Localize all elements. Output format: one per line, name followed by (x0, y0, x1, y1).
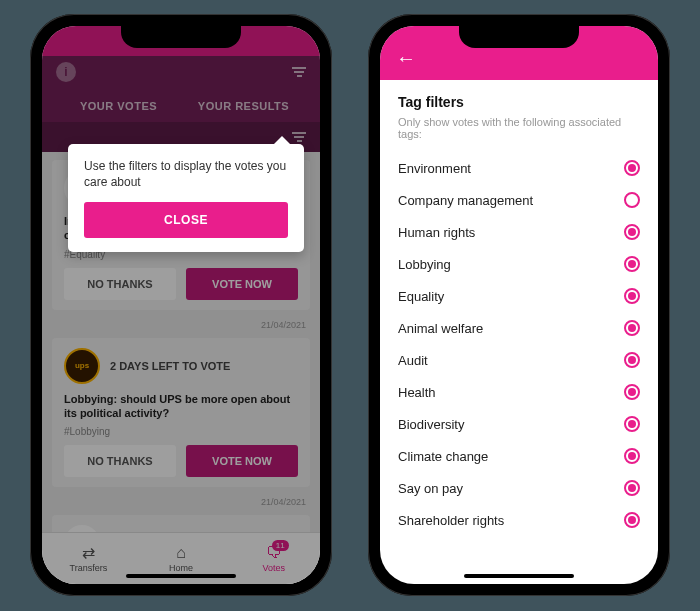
filter-row[interactable]: Equality (398, 280, 640, 312)
filter-row[interactable]: Shareholder rights (398, 504, 640, 536)
filter-label: Audit (398, 353, 428, 368)
filter-row[interactable]: Human rights (398, 216, 640, 248)
screen-filters: ← Tag filters Only show votes with the f… (380, 26, 658, 584)
filter-row[interactable]: Environment (398, 152, 640, 184)
close-button[interactable]: CLOSE (84, 202, 288, 238)
filter-row[interactable]: Audit (398, 344, 640, 376)
radio-icon[interactable] (624, 512, 640, 528)
radio-icon[interactable] (624, 256, 640, 272)
filter-label: Say on pay (398, 481, 463, 496)
radio-icon[interactable] (624, 192, 640, 208)
filter-row[interactable]: Health (398, 376, 640, 408)
filter-row[interactable]: Animal welfare (398, 312, 640, 344)
radio-icon[interactable] (624, 352, 640, 368)
filter-row[interactable]: Company management (398, 184, 640, 216)
screen-votes: i YOUR VOTES YOUR RESULTS intel Inclusio… (42, 26, 320, 584)
filters-subtitle: Only show votes with the following assoc… (398, 116, 640, 140)
filter-label: Health (398, 385, 436, 400)
filter-label: Biodiversity (398, 417, 464, 432)
radio-icon[interactable] (624, 224, 640, 240)
phone-left: i YOUR VOTES YOUR RESULTS intel Inclusio… (30, 14, 332, 596)
filter-label: Environment (398, 161, 471, 176)
radio-icon[interactable] (624, 160, 640, 176)
filter-label: Human rights (398, 225, 475, 240)
home-indicator (464, 574, 574, 578)
filter-row[interactable]: Say on pay (398, 472, 640, 504)
filter-label: Animal welfare (398, 321, 483, 336)
filters-title: Tag filters (398, 94, 640, 110)
filter-row[interactable]: Climate change (398, 440, 640, 472)
filter-label: Company management (398, 193, 533, 208)
notch (459, 26, 579, 48)
back-icon[interactable]: ← (396, 47, 416, 70)
filter-label: Lobbying (398, 257, 451, 272)
phone-right: ← Tag filters Only show votes with the f… (368, 14, 670, 596)
filter-row[interactable]: Biodiversity (398, 408, 640, 440)
tooltip-text: Use the filters to display the votes you… (84, 158, 288, 190)
radio-icon[interactable] (624, 384, 640, 400)
filter-label: Climate change (398, 449, 488, 464)
filter-list: EnvironmentCompany managementHuman right… (398, 152, 640, 536)
filters-panel: Tag filters Only show votes with the fol… (380, 80, 658, 550)
radio-icon[interactable] (624, 320, 640, 336)
radio-icon[interactable] (624, 416, 640, 432)
filter-label: Shareholder rights (398, 513, 504, 528)
home-indicator (126, 574, 236, 578)
filter-tooltip: Use the filters to display the votes you… (68, 144, 304, 252)
notch (121, 26, 241, 48)
radio-icon[interactable] (624, 288, 640, 304)
radio-icon[interactable] (624, 448, 640, 464)
filter-label: Equality (398, 289, 444, 304)
radio-icon[interactable] (624, 480, 640, 496)
dim-overlay[interactable] (42, 26, 320, 584)
filter-row[interactable]: Lobbying (398, 248, 640, 280)
